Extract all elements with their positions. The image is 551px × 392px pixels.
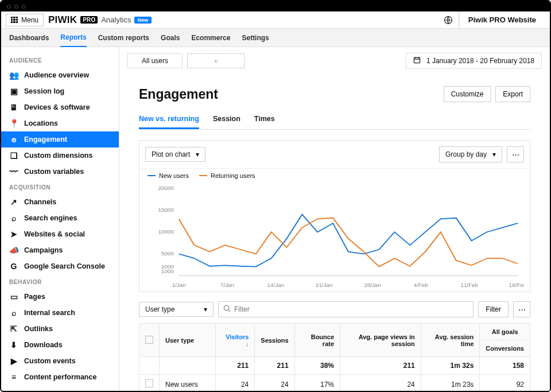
sidebar-item-custom-variables[interactable]: 〰Custom variables [1,164,119,180]
chart-area: 1000200050001000015000200001/Jan7/Jan14/… [139,183,530,292]
chevron-down-icon: ▾ [196,150,199,158]
sidebar-item-label: Audience overview [24,71,89,79]
segment-bar: All users + 1 January 2018 - 20 February… [119,47,550,75]
search-icon [223,305,231,314]
nav-dashboards[interactable]: Dashboards [9,29,49,46]
sidebar-item-label: Google Search Console [24,262,105,270]
svg-text:11/Feb: 11/Feb [460,283,478,288]
sidebar-item-label: Content performance [24,373,96,381]
sidebar-item-label: Engagement [24,135,67,143]
segment-all-users[interactable]: All users [127,53,183,68]
svg-rect-1 [414,57,420,63]
site-selector[interactable]: Piwik PRO Website [459,11,545,28]
tab-session[interactable]: Session [213,111,240,129]
cell-visitors: 211 [216,357,255,375]
traffic-light-min[interactable] [14,5,18,9]
dimension-select[interactable]: User type ▾ [139,302,214,317]
sidebar-item-locations[interactable]: 📍Locations [1,115,119,131]
traffic-light-max[interactable] [22,5,26,9]
sidebar-item-label: Locations [24,119,58,127]
sidebar-item-label: Channels [24,198,56,206]
sidebar-item-custom-events[interactable]: ▶Custom events [1,353,119,369]
sidebar-item-icon: 〰 [9,167,18,176]
nav-goals[interactable]: Goals [161,29,180,46]
export-button[interactable]: Export [495,86,530,102]
nav-reports[interactable]: Reports [60,29,86,47]
th-sesstime[interactable]: Avg. session time [421,324,480,357]
cell-bounce: 17% [294,375,340,391]
sidebar-item-outlinks[interactable]: ⇱Outlinks [1,321,119,337]
sidebar-item-session-log[interactable]: ▣Session log [1,83,119,99]
svg-text:4/Feb: 4/Feb [414,283,428,288]
cell-pageviews: 211 [340,357,421,375]
sidebar-item-campaigns[interactable]: 📣Campaigns [1,242,119,258]
filter-input[interactable] [234,305,468,313]
sidebar-item-search-engines[interactable]: ⌕Search engines [1,210,119,226]
sidebar-item-downloads[interactable]: ⬇Downloads [1,337,119,353]
sidebar-item-icon: ⌕ [9,308,18,317]
new-badge: New [134,17,151,24]
chart-menu-button[interactable]: ⋯ [507,146,524,162]
sidebar-item-pages[interactable]: ▭Pages [1,289,119,305]
sort-icon: ↓ [246,340,249,347]
menu-button[interactable]: Menu [6,14,44,26]
sidebar-item-engagement[interactable]: ⌾Engagement [1,131,119,148]
sidebar-item-icon: ⬇ [9,340,18,350]
sidebar-item-label: Websites & social [24,230,85,238]
sidebar-item-audience-overview[interactable]: 👥Audience overview [1,67,119,83]
filter-button[interactable]: Filter [478,301,509,317]
th-visitors[interactable]: Visitors ↓ [216,324,255,357]
th-sessions[interactable]: Sessions [255,324,294,357]
sidebar-item-label: Outlinks [24,325,53,333]
sidebar-item-custom-dimensions[interactable]: ❑Custom dimensions [1,148,119,164]
sidebar-item-label: Custom events [24,357,76,365]
th-user-type[interactable]: User type [160,324,216,357]
th-conversions[interactable]: Conversions [480,340,530,357]
svg-text:10000: 10000 [158,230,174,235]
nav-ecommerce[interactable]: Ecommerce [191,29,230,46]
add-segment-button[interactable]: + [187,53,245,68]
globe-icon[interactable] [443,14,454,26]
cell-sesstime: 1m 23s [421,375,480,391]
table-menu-button[interactable]: ⋯ [513,301,530,317]
sidebar-group-behavior: BEHAVIOR [1,274,119,289]
data-table: User type Visitors ↓ Sessions Bounce rat… [139,323,530,391]
module-name: Analytics [101,15,131,24]
select-all-checkbox[interactable] [145,336,153,344]
cell-bounce: 38% [294,357,340,375]
sidebar-item-icon: ❑ [9,151,18,160]
tab-times[interactable]: Times [254,111,275,129]
group-by-select[interactable]: Group by day ▾ [439,146,502,162]
cell-visitors: 24 [216,375,255,391]
sidebar-item-label: Downloads [24,341,63,349]
sidebar-item-channels[interactable]: ↗Channels [1,194,119,210]
tab-new-vs-returning[interactable]: New vs. returning [139,111,199,129]
th-pageviews[interactable]: Avg. page views in session [340,324,421,357]
sidebar-item-icon: ⌕ [9,214,18,223]
date-range-picker[interactable]: 1 January 2018 - 20 February 2018 [406,53,542,69]
nav-custom-reports[interactable]: Custom reports [98,29,149,46]
report-tabs: New vs. returningSessionTimes [139,111,530,130]
th-allgoals[interactable]: All goals [480,324,530,340]
topbar: Menu PIWIK PRO Analytics New Piwik PRO W… [1,11,550,29]
sidebar-item-content-performance[interactable]: ≡Content performance [1,369,119,385]
svg-text:1/Jan: 1/Jan [172,283,186,288]
cell-user-type: New users [160,375,216,391]
sidebar-item-icon: 📣 [9,246,18,255]
sidebar-item-internal-search[interactable]: ⌕Internal search [1,305,119,321]
table-row: 21121138%2111m 32s158 [139,357,530,375]
customize-button[interactable]: Customize [444,86,491,102]
nav-settings[interactable]: Settings [242,29,269,46]
svg-text:14/Jan: 14/Jan [267,283,285,288]
sidebar: AUDIENCE👥Audience overview▣Session log🖥D… [1,47,119,391]
menu-label: Menu [21,16,38,24]
th-bounce[interactable]: Bounce rate [294,324,340,357]
row-checkbox[interactable] [145,379,153,387]
traffic-light-close[interactable] [7,5,11,9]
plot-on-chart-select[interactable]: Plot on chart ▾ [145,147,205,162]
sidebar-item-websites-social[interactable]: ➤Websites & social [1,226,119,242]
sidebar-item-icon: ▣ [9,87,18,96]
sidebar-item-google-search-console[interactable]: GGoogle Search Console [1,258,119,274]
sidebar-item-devices-software[interactable]: 🖥Devices & software [1,99,119,115]
chevron-down-icon: ▾ [492,150,496,158]
